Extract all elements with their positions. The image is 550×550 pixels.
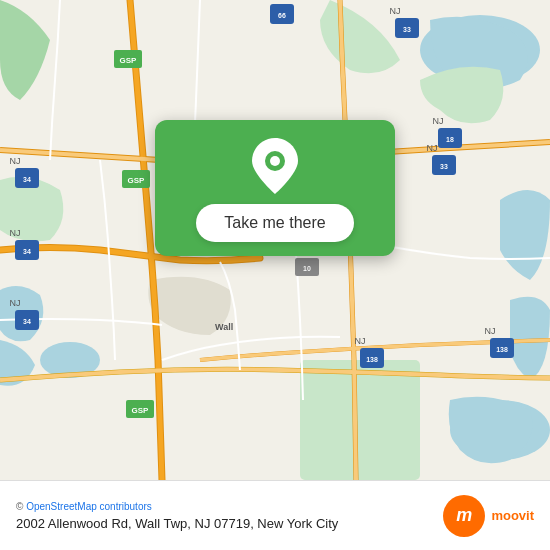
svg-text:33: 33 [403,26,411,33]
svg-text:34: 34 [23,248,31,255]
svg-text:NJ: NJ [485,326,496,336]
svg-text:NJ: NJ [433,116,444,126]
map-pin-icon [252,138,298,194]
svg-text:NJ: NJ [265,0,276,2]
take-me-there-button[interactable]: Take me there [196,204,353,242]
svg-point-42 [270,156,280,166]
popup-card: Take me there [155,120,395,256]
svg-text:NJ: NJ [10,298,21,308]
moovit-brand-text: moovit [491,508,534,524]
svg-text:33: 33 [440,163,448,170]
copyright-symbol: © [16,501,23,512]
osm-copyright: © OpenStreetMap contributors [16,501,431,512]
svg-text:NJ: NJ [390,6,401,16]
svg-text:34: 34 [23,176,31,183]
moovit-logo: m moovit [443,495,534,537]
svg-text:Wall: Wall [215,322,233,332]
address-text: 2002 Allenwood Rd, Wall Twp, NJ 07719, N… [16,516,431,531]
svg-text:18: 18 [446,136,454,143]
map-container: 33 NJ 33 NJ 66 NJ 34 NJ 34 NJ 34 NJ 18 N… [0,0,550,480]
bottom-info-bar: © OpenStreetMap contributors 2002 Allenw… [0,480,550,550]
svg-text:GSP: GSP [132,406,150,415]
svg-text:138: 138 [366,356,378,363]
svg-text:10: 10 [303,265,311,272]
moovit-name: moovit [491,508,534,524]
osm-link[interactable]: OpenStreetMap contributors [26,501,152,512]
svg-text:34: 34 [23,318,31,325]
svg-text:NJ: NJ [10,228,21,238]
svg-text:NJ: NJ [355,336,366,346]
moovit-icon: m [443,495,485,537]
svg-text:NJ: NJ [10,156,21,166]
svg-text:66: 66 [278,12,286,19]
bottom-left-section: © OpenStreetMap contributors 2002 Allenw… [16,501,431,531]
svg-text:138: 138 [496,346,508,353]
svg-rect-4 [300,360,420,480]
svg-text:GSP: GSP [120,56,138,65]
svg-text:NJ: NJ [427,143,438,153]
svg-text:GSP: GSP [128,176,146,185]
